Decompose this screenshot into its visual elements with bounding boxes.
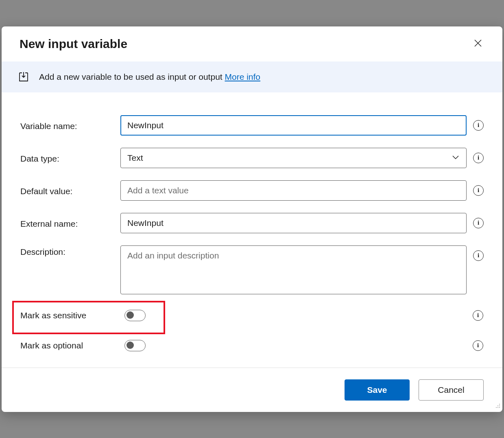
dialog-footer: Save Cancel <box>2 368 502 412</box>
svg-point-0 <box>499 404 500 405</box>
dialog-header: New input variable <box>2 26 502 61</box>
description-input[interactable] <box>120 245 467 294</box>
new-input-variable-dialog: New input variable Add a new variable to… <box>2 26 502 412</box>
external-name-label: External name: <box>20 217 120 229</box>
more-info-link[interactable]: More info <box>225 72 260 81</box>
dialog-title: New input variable <box>20 37 127 51</box>
variable-name-label: Variable name: <box>20 120 120 131</box>
mark-sensitive-row: Mark as sensitive i <box>20 307 484 324</box>
description-row: Description: i <box>20 245 484 294</box>
toggle-thumb <box>127 311 134 319</box>
info-icon[interactable]: i <box>473 310 483 321</box>
banner-text-wrap: Add a new variable to be used as input o… <box>39 72 260 82</box>
save-button[interactable]: Save <box>345 379 410 401</box>
info-icon[interactable]: i <box>473 153 484 163</box>
info-banner: Add a new variable to be used as input o… <box>2 61 502 92</box>
info-icon[interactable]: i <box>473 250 484 261</box>
svg-point-3 <box>496 407 497 408</box>
default-value-input[interactable] <box>120 180 467 201</box>
default-value-row: Default value: i <box>20 180 484 201</box>
info-icon[interactable]: i <box>473 120 484 131</box>
svg-point-2 <box>499 405 500 406</box>
import-icon <box>18 71 29 83</box>
svg-point-4 <box>497 407 498 408</box>
info-icon[interactable]: i <box>473 340 483 351</box>
data-type-select[interactable]: Text <box>120 148 467 168</box>
data-type-label: Data type: <box>20 152 120 164</box>
svg-point-5 <box>499 407 500 408</box>
resize-grip-icon[interactable] <box>494 402 501 410</box>
variable-name-input[interactable] <box>120 115 467 136</box>
banner-text: Add a new variable to be used as input o… <box>39 72 225 81</box>
mark-sensitive-label: Mark as sensitive <box>20 311 124 320</box>
close-icon <box>474 39 482 47</box>
external-name-row: External name: i <box>20 213 484 233</box>
mark-optional-row: Mark as optional i <box>20 337 484 355</box>
default-value-label: Default value: <box>20 185 120 196</box>
info-icon[interactable]: i <box>473 185 484 196</box>
close-button[interactable] <box>470 37 486 50</box>
cancel-button[interactable]: Cancel <box>419 379 484 401</box>
toggle-thumb <box>127 342 134 349</box>
description-label: Description: <box>20 245 120 257</box>
variable-name-row: Variable name: i <box>20 115 484 136</box>
svg-point-1 <box>497 405 498 406</box>
data-type-row: Data type: Text i <box>20 148 484 168</box>
mark-optional-label: Mark as optional <box>20 341 124 350</box>
mark-optional-toggle[interactable] <box>124 340 146 351</box>
form-area: Variable name: i Data type: Text i Defau… <box>2 92 502 368</box>
external-name-input[interactable] <box>120 213 467 233</box>
mark-sensitive-toggle[interactable] <box>124 310 146 321</box>
info-icon[interactable]: i <box>473 218 484 228</box>
